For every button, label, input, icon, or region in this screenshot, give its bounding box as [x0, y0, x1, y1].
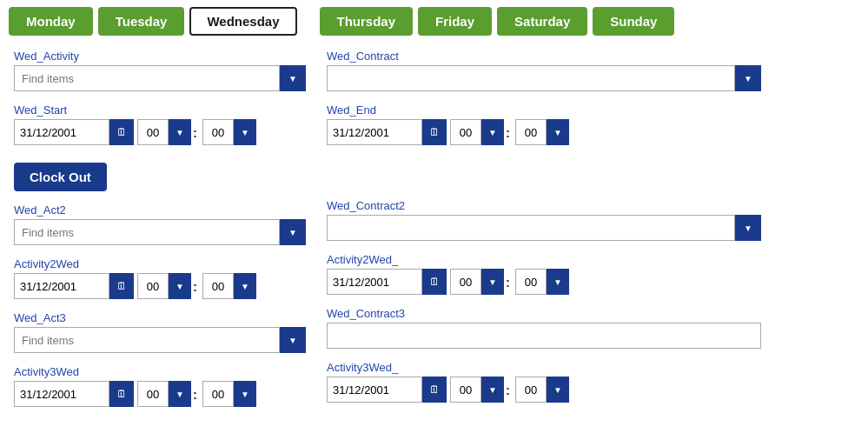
- wed-act3-input[interactable]: [14, 327, 280, 353]
- activity2wed-calendar-btn[interactable]: 🗓: [109, 273, 134, 299]
- clock-out-button[interactable]: Clock Out: [14, 163, 107, 191]
- activity3wed-right-min-wrap: [515, 377, 569, 403]
- wed-contract2-input[interactable]: [327, 215, 735, 241]
- activity3wed-row: 🗓 :: [14, 381, 306, 407]
- wed-contract2-label: Wed_Contract2: [327, 199, 761, 212]
- wed-activity-label: Wed_Activity: [14, 50, 306, 63]
- tab-tuesday[interactable]: Tuesday: [98, 7, 185, 36]
- wed-activity-input[interactable]: [14, 65, 280, 91]
- wed-act2-input[interactable]: [14, 219, 280, 245]
- activity3wed-calendar-btn[interactable]: 🗓: [109, 381, 134, 407]
- time-colon: :: [506, 275, 510, 290]
- wed-start-hour[interactable]: [137, 119, 169, 145]
- chevron-down-icon: [241, 389, 249, 399]
- activity2wed-hour[interactable]: [137, 273, 169, 299]
- wed-contract3-group: Wed_Contract3: [327, 307, 761, 349]
- activity3wed-min-dropdown[interactable]: [234, 381, 256, 407]
- wed-start-min-dropdown[interactable]: [234, 119, 256, 145]
- chevron-down-icon: [176, 389, 184, 399]
- wed-contract-dropdown[interactable]: [735, 65, 761, 91]
- activity2wed-date[interactable]: [14, 273, 109, 299]
- wed-end-hour[interactable]: [450, 119, 481, 145]
- right-column: Wed_Contract Wed_End 🗓: [327, 50, 761, 419]
- wed-contract-label: Wed_Contract: [327, 50, 761, 63]
- activity2wed-right-group: Activity2Wed_ 🗓 :: [327, 253, 761, 295]
- chevron-down-icon: [553, 384, 562, 395]
- chevron-down-icon: [288, 72, 297, 84]
- wed-end-group: Wed_End 🗓 :: [327, 103, 761, 145]
- activity2wed-right-calendar-btn[interactable]: 🗓: [422, 269, 447, 295]
- wed-start-minute[interactable]: [202, 119, 234, 145]
- content-area: Wed_Activity Wed_Start 🗓: [0, 43, 868, 426]
- activity2wed-minute[interactable]: [202, 273, 234, 299]
- wed-start-hour-dropdown[interactable]: [169, 119, 191, 145]
- wed-end-calendar-btn[interactable]: 🗓: [422, 119, 447, 145]
- tab-saturday[interactable]: Saturday: [497, 7, 587, 36]
- wed-act3-dropdown[interactable]: [280, 327, 306, 353]
- calendar-icon: 🗓: [429, 276, 440, 288]
- wed-contract2-dropdown[interactable]: [735, 215, 761, 241]
- activity3wed-right-group: Activity3Wed_ 🗓 :: [327, 361, 761, 403]
- wed-end-row: 🗓 :: [327, 119, 761, 145]
- chevron-down-icon: [241, 127, 249, 137]
- activity3wed-hour-dropdown[interactable]: [169, 381, 191, 407]
- activity2wed-right-hour-dropdown[interactable]: [481, 269, 504, 295]
- activity3wed-label: Activity3Wed: [14, 365, 306, 378]
- wed-contract-input[interactable]: [327, 65, 735, 91]
- wed-contract3-input[interactable]: [327, 323, 761, 349]
- chevron-down-icon: [488, 277, 497, 287]
- wed-act2-group: Wed_Act2: [14, 203, 306, 245]
- chevron-down-icon: [176, 281, 184, 291]
- wed-end-label: Wed_End: [327, 103, 761, 117]
- calendar-icon: 🗓: [429, 126, 440, 138]
- wed-end-hour-dropdown[interactable]: [481, 119, 504, 145]
- activity3wed-right-date[interactable]: [327, 377, 422, 403]
- activity2wed-min-dropdown[interactable]: [234, 273, 256, 299]
- wed-contract-group: Wed_Contract: [327, 50, 761, 91]
- tab-thursday[interactable]: Thursday: [320, 7, 414, 36]
- activity2wed-hour-dropdown[interactable]: [169, 273, 191, 299]
- wed-end-date[interactable]: [327, 119, 422, 145]
- activity3wed-hour[interactable]: [137, 381, 169, 407]
- activity3wed-right-calendar-btn[interactable]: 🗓: [422, 377, 447, 403]
- wed-end-hour-wrap: [450, 119, 504, 145]
- activity2wed-right-min-wrap: [515, 269, 569, 295]
- activity3wed-right-min-dropdown[interactable]: [547, 377, 569, 403]
- wed-end-min-dropdown[interactable]: [547, 119, 569, 145]
- chevron-down-icon: [744, 222, 752, 234]
- tab-monday[interactable]: Monday: [9, 7, 93, 36]
- wed-start-date[interactable]: [14, 119, 109, 145]
- chevron-down-icon: [553, 277, 562, 287]
- time-colon: :: [193, 125, 197, 140]
- chevron-down-icon: [288, 226, 297, 238]
- wed-start-label: Wed_Start: [14, 103, 306, 117]
- calendar-icon: 🗓: [116, 280, 127, 292]
- wed-start-min-wrap: [202, 119, 256, 145]
- wed-start-hour-wrap: [137, 119, 191, 145]
- wed-act2-label: Wed_Act2: [14, 203, 306, 217]
- tab-friday[interactable]: Friday: [418, 7, 492, 36]
- activity2wed-right-min-dropdown[interactable]: [547, 269, 569, 295]
- tab-sunday[interactable]: Sunday: [593, 7, 674, 36]
- time-colon: :: [506, 383, 510, 397]
- activity3wed-minute[interactable]: [202, 381, 234, 407]
- activity2wed-right-hour[interactable]: [450, 269, 481, 295]
- chevron-down-icon: [241, 281, 249, 291]
- activity2wed-right-minute[interactable]: [515, 269, 547, 295]
- activity3wed-min-wrap: [202, 381, 256, 407]
- wed-activity-group: Wed_Activity: [14, 50, 306, 91]
- chevron-down-icon: [288, 334, 297, 346]
- wed-start-calendar-btn[interactable]: 🗓: [109, 119, 134, 145]
- activity3wed-right-hour-dropdown[interactable]: [481, 377, 504, 403]
- activity2wed-row: 🗓 :: [14, 273, 306, 299]
- activity3wed-right-minute[interactable]: [515, 377, 547, 403]
- wed-end-min-wrap: [515, 119, 569, 145]
- activity2wed-right-row: 🗓 :: [327, 269, 761, 295]
- wed-end-minute[interactable]: [515, 119, 547, 145]
- wed-act2-dropdown[interactable]: [280, 219, 306, 245]
- activity2wed-right-date[interactable]: [327, 269, 422, 295]
- activity3wed-date[interactable]: [14, 381, 109, 407]
- activity3wed-right-hour[interactable]: [450, 377, 481, 403]
- wed-activity-dropdown[interactable]: [280, 65, 306, 91]
- tab-wednesday[interactable]: Wednesday: [189, 7, 296, 36]
